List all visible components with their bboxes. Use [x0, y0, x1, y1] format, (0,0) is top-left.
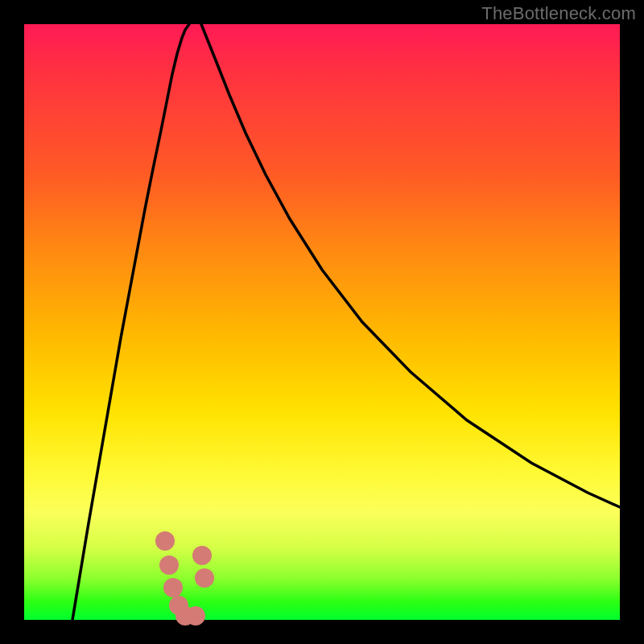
- dot-valley-2: [186, 606, 205, 625]
- watermark-text: TheBottleneck.com: [481, 3, 636, 24]
- dot-left-3: [163, 578, 183, 597]
- curves-svg: [24, 24, 620, 620]
- dot-left-1: [155, 531, 175, 551]
- dot-right-1: [192, 546, 212, 565]
- chart-frame: TheBottleneck.com: [0, 0, 644, 644]
- dot-left-2: [159, 555, 179, 575]
- left-curve: [72, 24, 189, 620]
- plot-area: [24, 24, 620, 620]
- markers: [155, 531, 214, 625]
- right-curve: [201, 24, 620, 507]
- dot-right-2: [195, 568, 214, 588]
